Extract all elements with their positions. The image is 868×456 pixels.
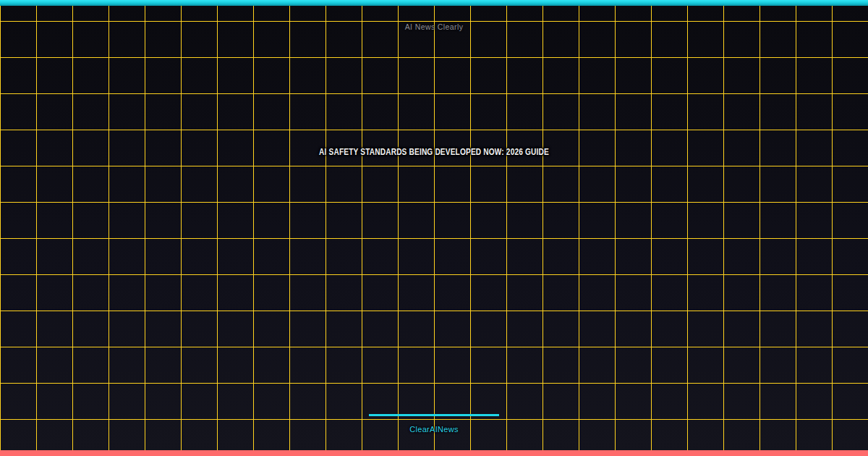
site-name: AI News Clearly — [0, 22, 868, 31]
bottom-accent-bar — [0, 450, 868, 456]
top-accent-bar — [0, 0, 868, 6]
brand-name: ClearAINews — [0, 425, 868, 434]
page-title: AI SAFETY STANDARDS BEING DEVELOPED NOW:… — [95, 146, 773, 157]
divider-line — [369, 414, 499, 416]
social-card: AI News Clearly AI SAFETY STANDARDS BEIN… — [0, 0, 868, 456]
